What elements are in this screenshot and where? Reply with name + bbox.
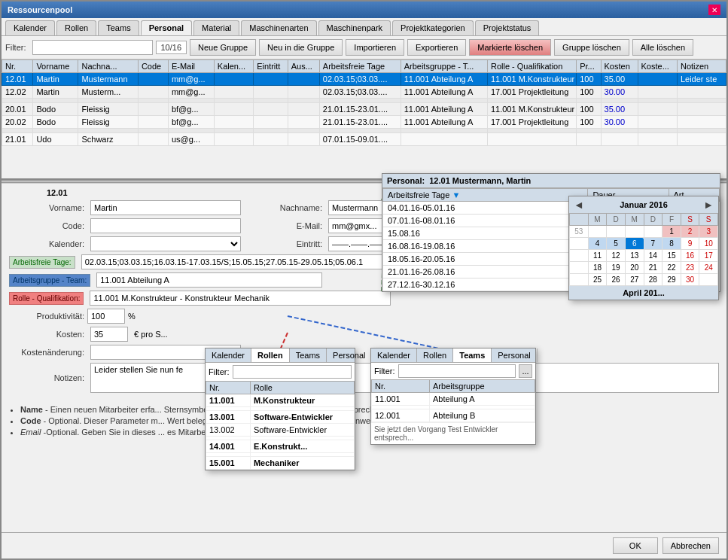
- cal-day-17[interactable]: 17: [699, 250, 718, 262]
- cal-day-19[interactable]: 19: [607, 262, 626, 274]
- table-row[interactable]: 21.01UdoSchwarzus@g...07.01.15-09.01....: [2, 133, 726, 146]
- col-kosten[interactable]: Kosten: [601, 60, 638, 73]
- tab-teams[interactable]: Teams: [98, 20, 139, 35]
- col-vorname[interactable]: Vorname: [33, 60, 78, 73]
- rollen-tab-teams[interactable]: Teams: [290, 348, 327, 362]
- cal-day-14[interactable]: 14: [644, 250, 663, 262]
- rollen-tab-kalender[interactable]: Kalender: [206, 348, 251, 362]
- abbrechen-button[interactable]: Abbrechen: [663, 537, 719, 554]
- col-rolle-name[interactable]: Rolle: [250, 382, 354, 394]
- cal-day-12[interactable]: 12: [607, 250, 626, 262]
- table-row[interactable]: 20.02BodoFleissigbf@g...21.01.15-23.01..…: [2, 116, 726, 129]
- alle-loeschen-button[interactable]: Alle löschen: [632, 39, 693, 56]
- cal-day-26[interactable]: 26: [607, 274, 626, 286]
- personal-col-tage[interactable]: Arbeitsfreie Tage ▼: [383, 189, 588, 202]
- tab-maschinenarten[interactable]: Maschinenarten: [241, 20, 316, 35]
- code-input[interactable]: [90, 218, 241, 233]
- rolle-input[interactable]: [90, 291, 391, 306]
- vorname-input[interactable]: [90, 200, 241, 215]
- neue-gruppe-button[interactable]: Neue Gruppe: [190, 39, 256, 56]
- cal-day-21[interactable]: 21: [644, 262, 663, 274]
- col-koste[interactable]: Koste...: [638, 60, 677, 73]
- cal-day-30[interactable]: 30: [681, 274, 699, 286]
- col-arbeitsfreie[interactable]: Arbeitsfreie Tage: [319, 60, 401, 73]
- arbeitsgruppe-input[interactable]: [96, 272, 322, 288]
- tab-material[interactable]: Material: [193, 20, 239, 35]
- cal-day-7[interactable]: 7: [644, 238, 663, 250]
- cal-day-25[interactable]: 25: [588, 274, 607, 286]
- cal-day-28[interactable]: 28: [644, 274, 663, 286]
- col-code[interactable]: Code: [138, 60, 168, 73]
- ok-button[interactable]: OK: [613, 537, 658, 554]
- importieren-button[interactable]: Importieren: [346, 39, 404, 56]
- teams-tab-kalender[interactable]: Kalender: [371, 348, 417, 362]
- teams-tab-personal[interactable]: Personal: [492, 348, 537, 362]
- col-teams-gruppe[interactable]: Arbeitsgruppe: [430, 380, 535, 393]
- gruppe-loeschen-button[interactable]: Gruppe löschen: [554, 39, 629, 56]
- kalender-select[interactable]: [90, 236, 241, 251]
- teams-row[interactable]: 12.001Abteilung B: [372, 409, 535, 422]
- col-teams-nr[interactable]: Nr.: [372, 380, 430, 393]
- col-arbeitsgruppe[interactable]: Arbeitsgruppe - T...: [401, 60, 487, 73]
- cal-day-24[interactable]: 24: [699, 262, 718, 274]
- cal-day-empty[interactable]: [699, 274, 718, 286]
- tab-maschinenpark[interactable]: Maschinenpark: [318, 20, 391, 35]
- cal-day[interactable]: [588, 226, 607, 238]
- teams-tab-teams[interactable]: Teams: [453, 348, 492, 362]
- cal-day-8[interactable]: 8: [663, 238, 681, 250]
- rollen-filter-input[interactable]: [233, 365, 352, 379]
- cal-day-6[interactable]: 6: [625, 238, 644, 250]
- cal-day[interactable]: [644, 226, 663, 238]
- tab-projektkategorien[interactable]: Projektkategorien: [392, 20, 474, 35]
- cal-day-2[interactable]: 2: [681, 226, 699, 238]
- cal-day-23[interactable]: 23: [681, 262, 699, 274]
- rollen-tab-rollen[interactable]: Rollen: [251, 348, 290, 362]
- cal-prev-btn[interactable]: ◄: [574, 199, 584, 211]
- close-button[interactable]: ✕: [708, 5, 720, 15]
- cal-next-btn[interactable]: ►: [703, 199, 714, 211]
- rollen-row[interactable]: 11.001M.Konstrukteur: [206, 394, 355, 407]
- teams-tab-rollen[interactable]: Rollen: [417, 348, 453, 362]
- col-pr[interactable]: Pr...: [577, 60, 601, 73]
- cal-day-18[interactable]: 18: [588, 262, 607, 274]
- tab-rollen[interactable]: Rollen: [56, 20, 96, 35]
- data-table-container[interactable]: Nr. Vorname Nachna... Code E-Mail Kalen.…: [2, 59, 726, 180]
- rollen-tab-personal[interactable]: Personal: [327, 348, 372, 362]
- col-kalen[interactable]: Kalen...: [214, 60, 253, 73]
- tab-projektstatus[interactable]: Projektstatus: [475, 20, 540, 35]
- cal-day-16[interactable]: 16: [681, 250, 699, 262]
- col-aus[interactable]: Aus...: [288, 60, 319, 73]
- table-row[interactable]: 20.01BodoFleissigbf@g...21.01.15-23.01..…: [2, 103, 726, 116]
- table-row[interactable]: 12.01MartinMustermannmm@g...02.03.15;03.…: [2, 73, 726, 86]
- cal-day[interactable]: [625, 226, 644, 238]
- cal-day-3[interactable]: 3: [699, 226, 718, 238]
- cal-day-13[interactable]: 13: [625, 250, 644, 262]
- col-rolle-nr[interactable]: Nr.: [206, 382, 251, 394]
- col-notizen[interactable]: Notizen: [677, 60, 726, 73]
- cal-day-27[interactable]: 27: [625, 274, 644, 286]
- rollen-row[interactable]: 14.001E.Konstrukt...: [206, 440, 355, 453]
- cal-day-1[interactable]: 1: [663, 226, 681, 238]
- teams-row[interactable]: 11.001Abteilung A: [372, 393, 535, 406]
- col-nr[interactable]: Nr.: [2, 60, 33, 73]
- teams-filter-btn[interactable]: ...: [519, 364, 532, 378]
- cal-day[interactable]: [607, 226, 626, 238]
- kosten-input[interactable]: [90, 327, 128, 342]
- col-email[interactable]: E-Mail: [168, 60, 214, 73]
- rollen-row[interactable]: 15.001Mechaniker: [206, 457, 355, 470]
- tab-kalender[interactable]: Kalender: [5, 20, 55, 35]
- cal-day-5[interactable]: 5: [607, 238, 626, 250]
- cal-day-22[interactable]: 22: [663, 262, 681, 274]
- col-rolle[interactable]: Rolle - Qualifikation: [487, 60, 576, 73]
- cal-day-10[interactable]: 10: [699, 238, 718, 250]
- cal-day-4[interactable]: 4: [588, 238, 607, 250]
- rollen-row[interactable]: 13.002Software-Entwickler: [206, 424, 355, 437]
- exportieren-button[interactable]: Exportieren: [407, 39, 466, 56]
- rollen-row[interactable]: 13.001Software-Entwickler: [206, 411, 355, 424]
- teams-filter-input[interactable]: [398, 364, 516, 378]
- markierte-loeschen-button[interactable]: Markierte löschen: [469, 39, 551, 56]
- col-nachname[interactable]: Nachna...: [78, 60, 138, 73]
- cal-day-9[interactable]: 9: [681, 238, 699, 250]
- table-row[interactable]: 12.02MartinMusterm...mm@g...02.03.15;03.…: [2, 86, 726, 99]
- cal-day-11[interactable]: 11: [588, 250, 607, 262]
